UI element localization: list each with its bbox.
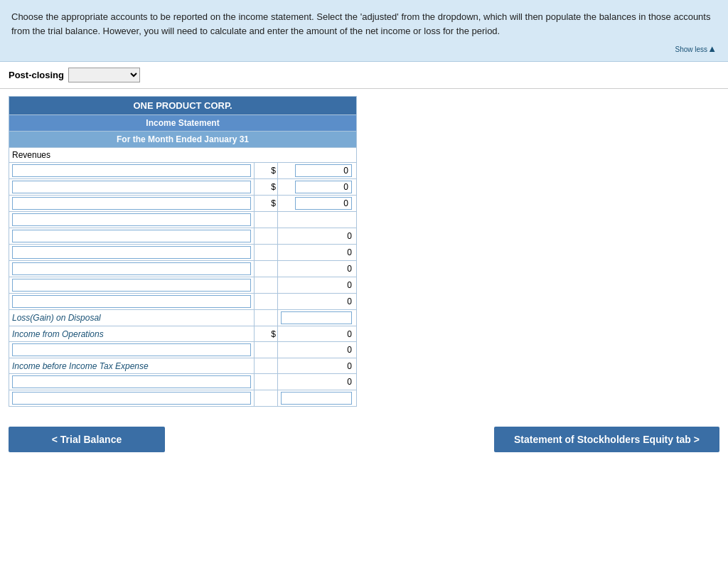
- revenues-label: Revenues: [9, 148, 357, 163]
- loss-gain-label: Loss(Gain) on Disposal: [9, 310, 255, 326]
- row9-symbol: [254, 294, 277, 310]
- row-after-ops-label-input[interactable]: [12, 343, 251, 356]
- row8-label-cell[interactable]: [9, 277, 255, 294]
- period-row: For the Month Ended January 31: [9, 132, 357, 148]
- table-row: 0: [9, 245, 357, 261]
- row1-label-input[interactable]: [12, 164, 251, 177]
- row4-value: [277, 212, 356, 228]
- row6-value: 0: [277, 245, 356, 261]
- row6-label-cell[interactable]: [9, 245, 255, 261]
- row7-label-input[interactable]: [12, 262, 251, 275]
- row1-value[interactable]: [277, 163, 356, 179]
- row4-symbol: [254, 212, 277, 228]
- row7-label-cell[interactable]: [9, 261, 255, 277]
- row1-label-cell[interactable]: [9, 163, 255, 179]
- row5-value: 0: [277, 228, 356, 245]
- loss-gain-value-input[interactable]: [281, 311, 352, 324]
- income-statement-table: ONE PRODUCT CORP. Income Statement For t…: [9, 96, 357, 407]
- row4-label-input[interactable]: [12, 213, 251, 226]
- table-row: $: [9, 196, 357, 212]
- table-row: [9, 390, 357, 407]
- row5-label-input[interactable]: [12, 230, 251, 242]
- final-row2-label-cell[interactable]: [9, 390, 255, 407]
- table-row: $: [9, 163, 357, 179]
- table-row: 0: [9, 277, 357, 294]
- row9-value: 0: [277, 294, 356, 310]
- income-before-tax-label: Income before Income Tax Expense: [9, 358, 255, 374]
- final-row2-label-input[interactable]: [12, 392, 251, 405]
- income-from-ops-row: Income from Operations $ 0: [9, 326, 357, 342]
- row6-symbol: [254, 245, 277, 261]
- income-from-ops-symbol: $: [254, 326, 277, 342]
- row3-value[interactable]: [277, 196, 356, 212]
- top-bar: Choose the appropriate accounts to be re…: [0, 0, 728, 62]
- income-from-ops-label: Income from Operations: [9, 326, 255, 342]
- row5-label-cell[interactable]: [9, 228, 255, 245]
- table-row: 0: [9, 342, 357, 358]
- row3-symbol: $: [254, 196, 277, 212]
- final-row1-symbol: [254, 374, 277, 390]
- row4-label-cell[interactable]: [9, 212, 255, 228]
- instruction-text: Choose the appropriate accounts to be re…: [11, 10, 717, 38]
- income-before-tax-row: Income before Income Tax Expense 0: [9, 358, 357, 374]
- trial-balance-button[interactable]: < Trial Balance: [9, 427, 165, 452]
- loss-gain-row: Loss(Gain) on Disposal: [9, 310, 357, 326]
- row2-symbol: $: [254, 179, 277, 196]
- statement-title: Income Statement: [9, 115, 357, 132]
- row2-label-cell[interactable]: [9, 179, 255, 196]
- statement-title-row: Income Statement: [9, 115, 357, 132]
- table-row: $: [9, 179, 357, 196]
- loss-gain-symbol: [254, 310, 277, 326]
- row2-value-input[interactable]: [295, 181, 352, 193]
- table-row: 0: [9, 228, 357, 245]
- final-row1-label-cell[interactable]: [9, 374, 255, 390]
- bottom-navigation: < Trial Balance Statement of Stockholder…: [0, 421, 728, 458]
- post-closing-label: Post-closing: [9, 70, 64, 80]
- table-row: 0: [9, 261, 357, 277]
- row8-value: 0: [277, 277, 356, 294]
- company-name-row: ONE PRODUCT CORP.: [9, 97, 357, 115]
- row7-value: 0: [277, 261, 356, 277]
- post-closing-dropdown[interactable]: Post-closing Adjusted: [68, 68, 140, 82]
- row1-value-input[interactable]: [295, 164, 352, 177]
- row8-label-input[interactable]: [12, 279, 251, 292]
- table-row: [9, 212, 357, 228]
- row1-symbol: $: [254, 163, 277, 179]
- table-row: 0: [9, 374, 357, 390]
- show-less-link[interactable]: Show less: [675, 46, 708, 53]
- stockholders-equity-button[interactable]: Statement of Stockholders Equity tab >: [494, 427, 719, 452]
- period-label: For the Month Ended January 31: [9, 132, 357, 148]
- final-row1-label-input[interactable]: [12, 375, 251, 388]
- final-row1-value: 0: [277, 374, 356, 390]
- final-row2-symbol: [254, 390, 277, 407]
- row8-symbol: [254, 277, 277, 294]
- income-before-tax-value: 0: [277, 358, 356, 374]
- income-from-ops-value: 0: [277, 326, 356, 342]
- row3-value-input[interactable]: [295, 197, 352, 210]
- company-name: ONE PRODUCT CORP.: [9, 97, 357, 115]
- final-row2-value-cell[interactable]: [277, 390, 356, 407]
- row9-label-input[interactable]: [12, 295, 251, 308]
- row-after-ops-symbol: [254, 342, 277, 358]
- row6-label-input[interactable]: [12, 246, 251, 259]
- table-row: 0: [9, 294, 357, 310]
- row-after-ops-value: 0: [277, 342, 356, 358]
- row9-label-cell[interactable]: [9, 294, 255, 310]
- final-row2-value-input[interactable]: [281, 392, 352, 405]
- row-after-ops-label-cell[interactable]: [9, 342, 255, 358]
- income-before-tax-symbol: [254, 358, 277, 374]
- row2-value[interactable]: [277, 179, 356, 196]
- row2-label-input[interactable]: [12, 181, 251, 193]
- row7-symbol: [254, 261, 277, 277]
- row3-label-cell[interactable]: [9, 196, 255, 212]
- revenues-section-row: Revenues: [9, 148, 357, 163]
- loss-gain-value-cell[interactable]: [277, 310, 356, 326]
- row3-label-input[interactable]: [12, 197, 251, 210]
- row5-symbol: [254, 228, 277, 245]
